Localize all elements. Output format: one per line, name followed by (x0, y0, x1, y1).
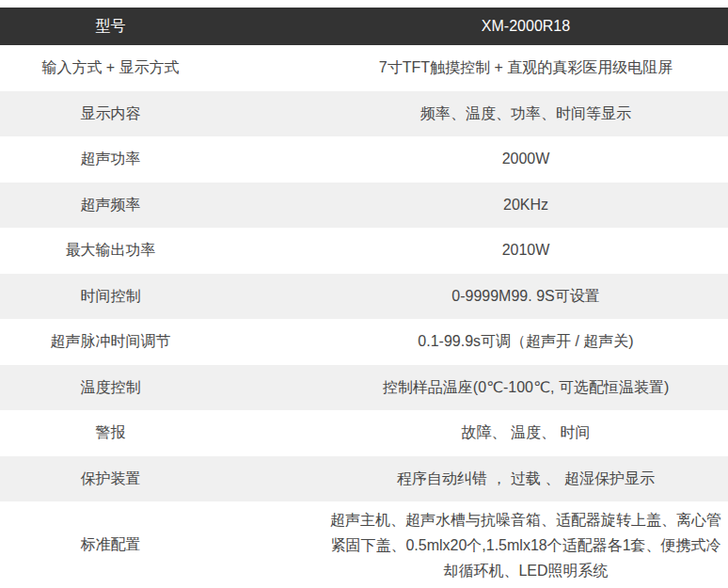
spec-label: 标准配置 (0, 534, 221, 555)
spec-value: 频率、温度、功率、时间等显示 (221, 103, 728, 124)
table-row: 温度控制 控制样品温座(0℃-100℃, 可选配恒温装置) (0, 365, 728, 411)
spec-label: 温度控制 (0, 377, 221, 398)
spec-value: 故障、 温度、 时间 (221, 422, 728, 443)
spec-label: 超声功率 (0, 149, 221, 169)
table-row: 超声频率 20KHz (0, 183, 728, 229)
spec-value: 程序自动纠错 ， 过载 、 超湿保护显示 (221, 469, 728, 489)
spec-value: 0-9999M99. 9S可设置 (221, 286, 728, 307)
table-row: 超声脉冲时间调节 0.1-99.9s可调（超声开 / 超声关) (0, 319, 728, 365)
table-row: 超声功率 2000W (0, 136, 728, 183)
spec-table-header-row: 型号 XM-2000R18 (0, 8, 728, 45)
table-row: 输入方式 + 显示方式 7寸TFT触摸控制 + 直观的真彩医用级电阻屏 (0, 45, 728, 91)
spec-value: 2000W (221, 149, 728, 169)
spec-value: 超声主机、超声水槽与抗噪音箱、适配器旋转上盖、离心管紧固下盖、0.5mlx20个… (221, 507, 728, 583)
spec-label: 保护装置 (0, 469, 221, 489)
table-row: 显示内容 频率、温度、功率、时间等显示 (0, 91, 728, 137)
spec-value: 0.1-99.9s可调（超声开 / 超声关) (221, 331, 728, 352)
spec-value: 控制样品温座(0℃-100℃, 可选配恒温装置) (221, 377, 728, 398)
spec-value: 7寸TFT触摸控制 + 直观的真彩医用级电阻屏 (221, 57, 728, 78)
spec-table-body: 输入方式 + 显示方式 7寸TFT触摸控制 + 直观的真彩医用级电阻屏 显示内容… (0, 45, 728, 588)
spec-label: 最大输出功率 (0, 240, 221, 261)
spec-label: 警报 (0, 422, 221, 443)
spec-value: 20KHz (221, 195, 728, 215)
table-row: 最大输出功率 2010W (0, 228, 728, 274)
spec-label: 超声脉冲时间调节 (0, 331, 221, 352)
spec-label: 时间控制 (0, 286, 221, 307)
spec-table: 型号 XM-2000R18 输入方式 + 显示方式 7寸TFT触摸控制 + 直观… (0, 0, 728, 588)
spec-label: 超声频率 (0, 195, 221, 215)
spec-label: 输入方式 + 显示方式 (0, 57, 221, 78)
table-row: 标准配置 超声主机、超声水槽与抗噪音箱、适配器旋转上盖、离心管紧固下盖、0.5m… (0, 501, 728, 588)
table-row: 时间控制 0-9999M99. 9S可设置 (0, 274, 728, 320)
spec-value: 2010W (221, 240, 728, 261)
table-row: 警报 故障、 温度、 时间 (0, 410, 728, 456)
model-header-label: 型号 (0, 16, 221, 37)
spec-label: 显示内容 (0, 103, 221, 124)
table-row: 保护装置 程序自动纠错 ， 过载 、 超湿保护显示 (0, 456, 728, 502)
model-header-value: XM-2000R18 (221, 16, 728, 37)
